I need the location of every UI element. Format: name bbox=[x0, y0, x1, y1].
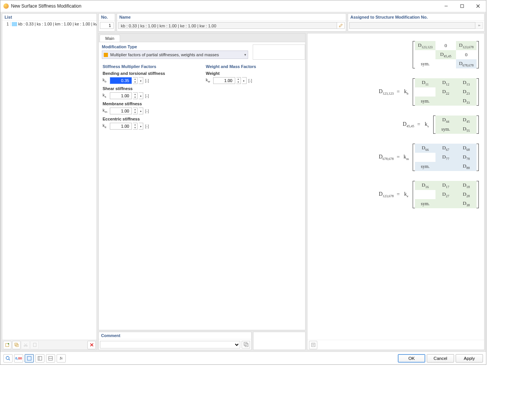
svg-rect-24 bbox=[38, 356, 42, 360]
shear-label: Shear stiffness bbox=[103, 86, 198, 91]
duplicate-item-button[interactable] bbox=[12, 341, 21, 349]
ks-spinner[interactable]: ▲▼ bbox=[133, 92, 138, 99]
km-pick[interactable]: ▸ bbox=[139, 108, 143, 114]
list-body[interactable]: 1 kb : 0.33 | ks : 1.00 | km : 1.00 | ke… bbox=[2, 21, 97, 340]
ke-label: ke bbox=[103, 123, 109, 129]
ke-pick[interactable]: ▸ bbox=[139, 123, 143, 130]
comment-library-button[interactable] bbox=[242, 341, 250, 348]
comment-panel: Comment bbox=[98, 332, 252, 350]
view-mode-3[interactable] bbox=[46, 354, 55, 363]
paste-button bbox=[30, 341, 39, 349]
modtype-header: Modification Type bbox=[102, 44, 248, 49]
kb-unit: [-] bbox=[145, 78, 149, 83]
no-panel: No. bbox=[98, 13, 115, 32]
bending-label: Bending and torsional stiffness bbox=[103, 71, 198, 76]
assigned-label: Assigned to Structure Modification No. bbox=[348, 14, 484, 21]
kw-input[interactable] bbox=[213, 77, 235, 84]
kb-label: kb bbox=[103, 78, 109, 83]
name-edit-button[interactable] bbox=[337, 22, 345, 29]
km-input[interactable] bbox=[110, 108, 132, 114]
close-button[interactable] bbox=[470, 0, 486, 12]
view-mode-1[interactable] bbox=[25, 354, 34, 363]
list-header: List bbox=[2, 14, 97, 21]
name-panel: Name kb : 0.33 | ks : 1.00 | km : 1.00 |… bbox=[117, 13, 346, 32]
modtype-swatch bbox=[104, 53, 108, 57]
km-spinner[interactable]: ▲▼ bbox=[133, 108, 138, 114]
units-button[interactable]: 0,00 bbox=[14, 354, 23, 363]
cut-button bbox=[21, 341, 30, 349]
km-unit: [-] bbox=[145, 109, 149, 113]
weight-label: Weight bbox=[206, 71, 302, 76]
membrane-label: Membrane stiffness bbox=[103, 101, 198, 106]
svg-point-21 bbox=[6, 356, 9, 359]
svg-rect-17 bbox=[245, 344, 248, 347]
assigned-field bbox=[349, 22, 475, 29]
titlebar: New Surface Stiffness Modification bbox=[0, 0, 486, 12]
comment-input[interactable] bbox=[100, 341, 240, 348]
kw-label: kw bbox=[206, 78, 212, 83]
km-label: km bbox=[103, 108, 109, 114]
maximize-button[interactable] bbox=[454, 0, 470, 12]
ke-spinner[interactable]: ▲▼ bbox=[133, 123, 138, 130]
kw-spinner[interactable]: ▲▼ bbox=[236, 77, 241, 84]
modtype-selected: Multiplier factors of partial stiffnesse… bbox=[110, 52, 242, 57]
svg-line-11 bbox=[24, 344, 27, 346]
new-item-button[interactable] bbox=[3, 341, 11, 349]
svg-line-12 bbox=[24, 344, 27, 346]
comment-header: Comment bbox=[99, 332, 251, 339]
stiffness-header: Stiffness Multiplier Factors bbox=[103, 64, 198, 69]
cancel-button[interactable]: Cancel bbox=[427, 354, 454, 363]
kw-unit: [-] bbox=[249, 78, 252, 83]
ks-label: ks bbox=[103, 93, 109, 98]
delete-item-button[interactable] bbox=[87, 341, 96, 349]
preview-settings-button[interactable] bbox=[309, 341, 317, 349]
ke-unit: [-] bbox=[145, 124, 149, 128]
kb-spinner[interactable]: ▲▼ bbox=[133, 77, 138, 84]
eccentric-label: Eccentric stiffness bbox=[103, 117, 198, 121]
function-button[interactable]: fx bbox=[57, 354, 66, 363]
list-item-text: kb : 0.33 | ks : 1.00 | km : 1.00 | ke :… bbox=[18, 22, 97, 26]
kb-pick[interactable]: ▸ bbox=[139, 77, 143, 84]
ks-unit: [-] bbox=[145, 93, 149, 98]
list-item[interactable]: 1 kb : 0.33 | ks : 1.00 | km : 1.00 | ke… bbox=[2, 21, 97, 27]
help-button[interactable] bbox=[3, 354, 13, 363]
list-item-swatch bbox=[12, 22, 17, 26]
svg-rect-16 bbox=[244, 342, 247, 345]
svg-line-22 bbox=[9, 359, 10, 360]
list-panel: List 1 kb : 0.33 | ks : 1.00 | km : 1.00… bbox=[2, 13, 97, 350]
tab-main[interactable]: Main bbox=[100, 35, 120, 42]
kw-pick[interactable]: ▸ bbox=[242, 77, 247, 84]
preview-panel: D123,1230D123,678 D45,450 sym.D678,678 D… bbox=[307, 33, 484, 350]
name-label: Name bbox=[117, 14, 346, 21]
apply-button[interactable]: Apply bbox=[456, 354, 483, 363]
weight-header: Weight and Mass Factors bbox=[206, 64, 302, 69]
app-icon bbox=[3, 3, 9, 9]
ok-button[interactable]: OK bbox=[398, 354, 425, 363]
name-field: kb : 0.33 | ks : 1.00 | km : 1.00 | ke :… bbox=[118, 22, 337, 29]
ke-input[interactable] bbox=[110, 123, 132, 130]
chevron-down-icon: ▾ bbox=[244, 53, 246, 57]
svg-rect-18 bbox=[311, 343, 315, 347]
assigned-pick-button[interactable] bbox=[475, 22, 483, 29]
view-mode-2[interactable] bbox=[35, 354, 44, 363]
svg-rect-13 bbox=[33, 343, 36, 347]
modtype-dropdown[interactable]: Multiplier factors of partial stiffnesse… bbox=[102, 51, 248, 59]
ks-pick[interactable]: ▸ bbox=[139, 92, 143, 99]
svg-rect-23 bbox=[27, 356, 31, 360]
svg-rect-1 bbox=[461, 5, 464, 8]
minimize-button[interactable] bbox=[438, 0, 454, 12]
kb-input[interactable] bbox=[110, 77, 132, 84]
window-title: New Surface Stiffness Modification bbox=[11, 3, 438, 9]
no-label: No. bbox=[99, 14, 115, 21]
ks-input[interactable] bbox=[110, 92, 132, 99]
assigned-panel: Assigned to Structure Modification No. bbox=[348, 13, 484, 32]
no-input[interactable] bbox=[100, 22, 114, 29]
list-item-num: 1 bbox=[2, 22, 11, 26]
